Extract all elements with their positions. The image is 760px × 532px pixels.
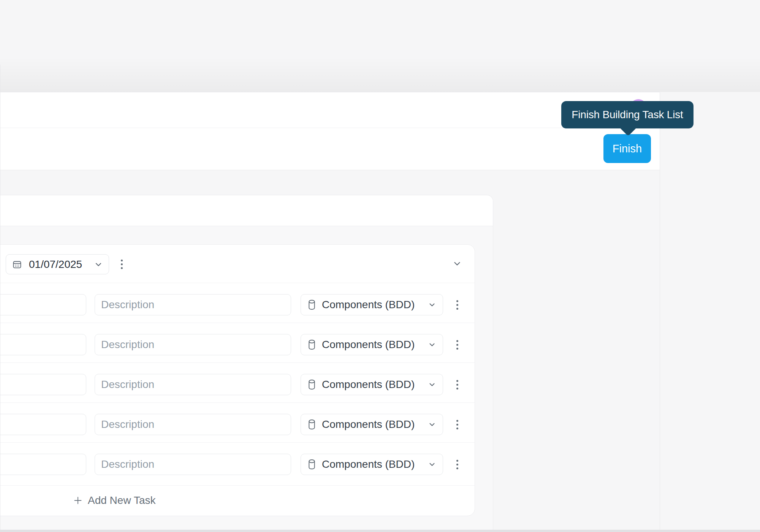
task-row: Components (BDD): [0, 323, 475, 363]
chevron-down-icon: [428, 300, 437, 309]
task-row-kebab-icon[interactable]: [453, 374, 461, 395]
component-select-label: Components (BDD): [322, 339, 415, 351]
database-icon: [308, 339, 316, 350]
finish-button[interactable]: Finish: [603, 134, 651, 163]
add-new-task-button[interactable]: Add New Task: [73, 486, 155, 515]
add-new-task-label: Add New Task: [88, 494, 155, 507]
task-description-input[interactable]: [95, 294, 291, 315]
task-list-card: 01/07/2025 Components (BDD): [0, 244, 475, 516]
add-task-row: Add New Task: [0, 486, 475, 515]
plus-icon: [73, 496, 82, 505]
component-select-label: Components (BDD): [322, 458, 415, 470]
chevron-down-icon: [428, 380, 437, 389]
task-row: Components (BDD): [0, 283, 475, 323]
task-name-input[interactable]: [0, 414, 86, 435]
task-name-input[interactable]: [0, 334, 86, 355]
task-rows: Components (BDD) Components (BDD): [0, 283, 475, 486]
section-collapse-chevron-down-icon[interactable]: [452, 259, 462, 269]
chevron-down-icon: [428, 420, 437, 429]
top-shadow-gradient: [0, 57, 760, 92]
task-row-kebab-icon[interactable]: [453, 334, 461, 355]
task-description-input[interactable]: [95, 454, 291, 475]
content-right-border: [660, 92, 660, 532]
task-description-input[interactable]: [95, 334, 291, 355]
task-row-kebab-icon[interactable]: [453, 294, 461, 315]
database-icon: [308, 379, 316, 390]
chevron-down-icon: [428, 340, 437, 349]
chevron-down-icon: [93, 260, 103, 269]
component-select[interactable]: Components (BDD): [301, 414, 443, 435]
database-icon: [308, 459, 316, 470]
task-row-kebab-icon[interactable]: [453, 454, 461, 475]
date-picker-button[interactable]: 01/07/2025: [6, 254, 109, 274]
task-name-input[interactable]: [0, 294, 86, 315]
tooltip-text: Finish Building Task List: [572, 109, 683, 121]
date-value: 01/07/2025: [29, 258, 82, 271]
task-row: Components (BDD): [0, 403, 475, 443]
window-left-edge: [0, 65, 0, 532]
component-select-label: Components (BDD): [322, 418, 415, 431]
task-description-input[interactable]: [95, 374, 291, 395]
bottom-edge-strip: [0, 530, 760, 532]
component-select[interactable]: Components (BDD): [301, 294, 443, 315]
component-select[interactable]: Components (BDD): [301, 334, 443, 355]
component-select[interactable]: Components (BDD): [301, 454, 443, 475]
date-header-row: 01/07/2025: [0, 245, 475, 283]
header-band: [0, 92, 660, 170]
component-select-label: Components (BDD): [322, 378, 415, 391]
app-viewport: Finish Building Task List Finish 01/07/2…: [0, 0, 760, 532]
database-icon: [308, 299, 316, 310]
finish-tooltip: Finish Building Task List: [561, 101, 694, 128]
date-menu-kebab-icon[interactable]: [117, 254, 126, 274]
task-row: Components (BDD): [0, 363, 475, 403]
chevron-down-icon: [428, 460, 437, 469]
database-icon: [308, 419, 316, 430]
task-name-input[interactable]: [0, 454, 86, 475]
component-select[interactable]: Components (BDD): [301, 374, 443, 395]
task-description-input[interactable]: [95, 414, 291, 435]
task-row: Components (BDD): [0, 443, 475, 486]
header-band-divider: [0, 128, 660, 128]
calendar-icon: [12, 260, 22, 269]
task-row-kebab-icon[interactable]: [453, 414, 461, 435]
task-name-input[interactable]: [0, 374, 86, 395]
component-select-label: Components (BDD): [322, 299, 415, 311]
tasks-panel-header: [0, 195, 493, 226]
